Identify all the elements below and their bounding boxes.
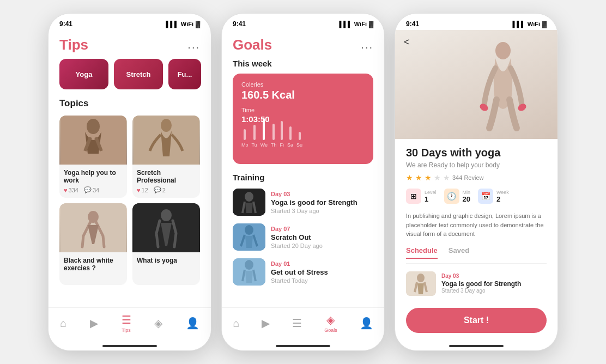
chart-day-label-Sa: Sa — [287, 142, 293, 148]
chart-bar-wrap-0: Mo — [241, 129, 249, 148]
star-5: ★ — [443, 173, 450, 182]
time-1: 9:41 — [59, 20, 72, 28]
status-icons-1: ▌▌▌ WiFi ▓ — [166, 21, 200, 27]
chart-day-label-Su: Su — [296, 142, 302, 148]
topic-img-2 — [132, 116, 200, 165]
review-count: 344 Review — [452, 174, 483, 181]
tab-saved[interactable]: Saved — [449, 246, 469, 259]
chart-bar-Th — [272, 124, 275, 140]
detail-title: 30 Days with yoga — [406, 147, 547, 159]
categories-row: Yoga Stretch Fu... — [49, 59, 211, 98]
nav-user-1[interactable]: 👤 — [186, 317, 199, 330]
chart-bar-wrap-3: Th — [271, 124, 277, 148]
training-day-3: Day 01 — [271, 260, 373, 267]
calories-card: Coleries 160.5 Kcal Time 1:03:50 MoTuWeT… — [233, 74, 373, 164]
tips-more-btn[interactable]: ... — [187, 39, 200, 51]
training-thumb-3 — [233, 258, 265, 286]
topic-card-3[interactable]: Black and white exercies ? ♥ — [59, 203, 127, 285]
topics-grid: Yoga help you to work ♥ 334 💬 34 — [59, 116, 200, 285]
phone-tips: 9:41 ▌▌▌ WiFi ▓ Tips ... Yoga Stretch — [48, 13, 211, 351]
sched-name-1: Yoga is good for Strength — [441, 280, 521, 288]
training-thumb-2 — [233, 223, 265, 251]
topics-label: Topics — [59, 98, 200, 109]
training-day-2: Day 07 — [271, 226, 373, 232]
nav-cube-1[interactable]: ◈ — [154, 317, 162, 330]
training-item-1[interactable]: Day 03 Yoga is good for Strength Started… — [233, 189, 373, 216]
nav-tips-1[interactable]: ☰ Tips — [122, 313, 131, 333]
min-label: Min — [463, 190, 471, 195]
home-indicator-2 — [276, 345, 330, 347]
chart-bar-Sa — [289, 126, 292, 140]
training-item-2[interactable]: Day 07 Scratch Out Started 20 Day ago — [233, 223, 373, 251]
week-label: Week — [496, 190, 509, 195]
topic-card-4[interactable]: What is yoga ♥ 0 — [132, 203, 200, 285]
svg-point-1 — [87, 119, 100, 134]
week-value: 2 — [496, 195, 509, 203]
start-button[interactable]: Start ! — [406, 308, 547, 333]
back-button[interactable]: < — [404, 37, 410, 48]
nav-home-2[interactable]: ⌂ — [233, 317, 239, 330]
chart-area: MoTuWeThFiSaSu — [241, 129, 365, 156]
bottom-nav-1: ⌂ ▶ ☰ Tips ◈ 👤 — [49, 307, 211, 342]
schedule-item-1[interactable]: Day 03 Yoga is good for Strength Started… — [406, 271, 547, 296]
detail-content: 30 Days with yoga We are Ready to help y… — [395, 139, 557, 302]
detail-hero: < — [395, 30, 557, 139]
category-fu[interactable]: Fu... — [168, 59, 201, 89]
nav-goals-2[interactable]: ◈ Goals — [324, 313, 337, 333]
svg-point-15 — [245, 260, 253, 270]
star-3: ★ — [425, 173, 432, 182]
stat-level: ⊞ Level 1 — [406, 189, 437, 204]
wifi-icon-3: WiFi — [528, 21, 540, 27]
nav-play-2[interactable]: ▶ — [262, 317, 270, 330]
training-name-1: Yoga is good for Strength — [271, 198, 373, 207]
topic-name-1: Yoga help you to work — [64, 169, 123, 184]
battery-icon-3: ▓ — [542, 21, 547, 27]
training-item-3[interactable]: Day 01 Get out of Stress Started Today — [233, 258, 373, 286]
goals-title: Goals — [233, 37, 272, 53]
time-3: 9:41 — [406, 20, 419, 28]
detail-description: In publishing and graphic design, Lorem … — [406, 211, 547, 239]
sched-thumb-1 — [406, 271, 436, 296]
category-stretch[interactable]: Stretch — [114, 59, 163, 89]
training-day-1: Day 03 — [271, 191, 373, 197]
topic-stats-2: ♥ 12 💬 2 — [137, 186, 196, 193]
goals-more-btn[interactable]: ... — [361, 39, 373, 51]
tab-schedule[interactable]: Schedule — [406, 246, 438, 259]
status-icons-2: ▌▌▌ WiFi ▓ — [339, 21, 373, 27]
bottom-nav-2: ⌂ ▶ ☰ ◈ Goals 👤 — [222, 307, 384, 342]
signal-icon-2: ▌▌▌ — [339, 21, 352, 27]
chart-bar-Su — [299, 132, 301, 140]
sched-started-1: Started 3 Day ago — [441, 288, 521, 294]
topic-card-2[interactable]: Scretch Professional ♥ 12 💬 2 — [132, 116, 200, 198]
wifi-icon: WiFi — [181, 21, 193, 27]
level-label: Level — [425, 190, 437, 195]
home-indicator-1 — [102, 345, 157, 347]
status-bar-3: 9:41 ▌▌▌ WiFi ▓ — [395, 14, 557, 30]
svg-point-11 — [245, 192, 253, 202]
training-started-3: Started Today — [271, 277, 373, 284]
star-4: ★ — [434, 173, 441, 182]
topic-name-4: What is yoga — [137, 257, 196, 264]
status-icons-3: ▌▌▌ WiFi ▓ — [512, 21, 547, 27]
topic-img-4 — [132, 203, 200, 252]
training-info-2: Day 07 Scratch Out Started 20 Day ago — [271, 226, 373, 249]
svg-point-5 — [161, 119, 172, 132]
stars-row: ★ ★ ★ ★ ★ 344 Review — [406, 173, 547, 182]
min-icon: 🕐 — [444, 189, 459, 204]
training-started-1: Started 3 Day ago — [271, 208, 373, 214]
training-info-3: Day 01 Get out of Stress Started Today — [271, 260, 373, 284]
goals-header: Goals ... — [222, 30, 384, 59]
sched-info-1: Day 03 Yoga is good for Strength Started… — [441, 273, 521, 294]
svg-point-20 — [417, 274, 425, 282]
topic-img-1 — [59, 116, 127, 165]
chart-bar-We — [263, 118, 265, 140]
nav-play-1[interactable]: ▶ — [90, 317, 98, 330]
category-yoga[interactable]: Yoga — [59, 59, 108, 89]
svg-point-16 — [495, 42, 511, 59]
topic-card-1[interactable]: Yoga help you to work ♥ 334 💬 34 — [59, 116, 127, 198]
nav-user-2[interactable]: 👤 — [360, 317, 373, 330]
nav-list-2[interactable]: ☰ — [292, 317, 302, 330]
topic-name-3: Black and white exercies ? — [64, 257, 123, 272]
chart-bar-wrap-5: Sa — [287, 126, 293, 148]
nav-home-1[interactable]: ⌂ — [60, 317, 66, 330]
